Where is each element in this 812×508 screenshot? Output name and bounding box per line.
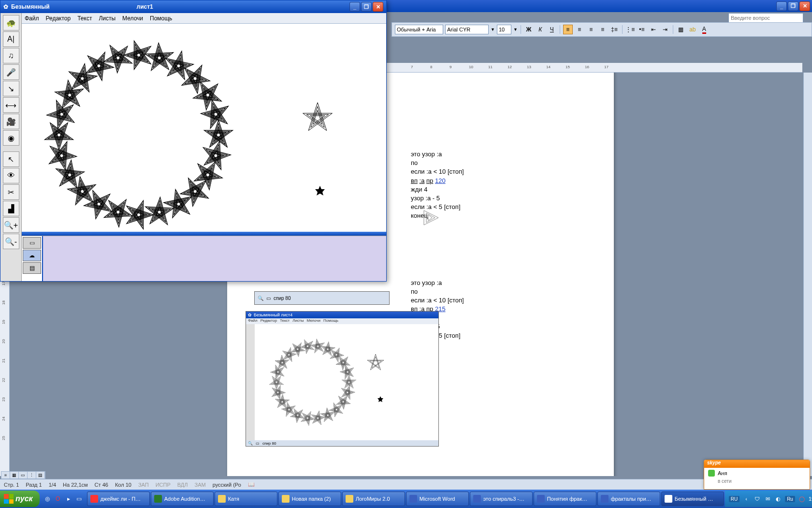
skype-notification[interactable]: skype Аня в сети: [704, 460, 810, 490]
skype-contact-name: Аня: [718, 470, 727, 476]
highlight-button[interactable]: ab: [688, 25, 697, 34]
menu-file[interactable]: Файл: [25, 15, 39, 22]
style-selector[interactable]: [395, 25, 443, 34]
eye-tool-icon[interactable]: 👁: [3, 168, 19, 183]
print-view-button[interactable]: ▭: [19, 472, 28, 478]
outline-view-button[interactable]: ⋮: [28, 472, 36, 478]
clock[interactable]: 19:42: [809, 496, 812, 502]
cmd-tab-1[interactable]: ▭: [23, 237, 41, 249]
close-button[interactable]: ✕: [799, 1, 810, 11]
font-color-button[interactable]: A: [699, 25, 709, 34]
command-area: ▭ ☁ ▤: [22, 236, 386, 281]
skype-status-text: в сети: [704, 478, 810, 484]
language-indicator[interactable]: RU: [729, 496, 740, 502]
help-search-input[interactable]: [728, 13, 803, 23]
taskbar-item[interactable]: Microsoft Word: [406, 492, 469, 506]
camera-tool-icon[interactable]: 🎥: [3, 114, 19, 129]
taskbar-item-active[interactable]: Безымянный …: [661, 492, 724, 506]
svg-marker-55: [272, 354, 291, 373]
svg-marker-37: [284, 404, 295, 415]
close-button[interactable]: ✕: [373, 2, 383, 12]
menu-editor[interactable]: Редактор: [46, 15, 71, 22]
fill-tool-icon[interactable]: ↘: [3, 81, 19, 96]
taskbar-item[interactable]: Новая папка (2): [278, 492, 341, 506]
tray-icon[interactable]: ◐: [774, 495, 782, 503]
embedded-toolbox: [246, 324, 255, 440]
svg-marker-67: [299, 339, 315, 355]
ql-opera-icon[interactable]: O: [53, 493, 63, 505]
svg-marker-76: [320, 342, 334, 357]
maximize-button[interactable]: ❐: [361, 2, 372, 12]
align-justify-button[interactable]: ≡: [598, 25, 608, 34]
taskbar-item[interactable]: Катя: [215, 492, 277, 506]
taskbar-item[interactable]: Adobe Audition…: [151, 492, 214, 506]
command-input[interactable]: [42, 236, 386, 281]
decrease-indent-button[interactable]: ⇤: [649, 25, 658, 34]
align-left-button[interactable]: ≡: [563, 25, 573, 34]
reading-view-button[interactable]: ▤: [36, 472, 45, 478]
button-tool-icon[interactable]: ◉: [3, 130, 19, 146]
menu-help[interactable]: Помощь: [150, 15, 172, 22]
svg-marker-17: [332, 404, 342, 415]
minimize-button[interactable]: _: [776, 1, 787, 11]
italic-button[interactable]: К: [536, 25, 545, 34]
svg-marker-87: [339, 363, 356, 380]
music-tool-icon[interactable]: ♫: [3, 48, 19, 63]
underline-button[interactable]: Ч: [547, 25, 557, 34]
taskbar-item[interactable]: Понятия фрак…: [534, 492, 596, 506]
increase-indent-button[interactable]: ⇥: [660, 25, 670, 34]
skype-status-icon: [708, 470, 715, 477]
svg-marker-84: [335, 355, 350, 369]
align-center-button[interactable]: ≡: [575, 25, 584, 34]
bold-button[interactable]: Ж: [524, 25, 534, 34]
bullet-list-button[interactable]: •≡: [637, 25, 647, 34]
embedded-logo-screenshot: ✿Безымянный лист4 ФайлРедакторТекстЛисты…: [246, 311, 439, 447]
microphone-tool-icon[interactable]: 🎤: [3, 64, 19, 80]
menu-sheets[interactable]: Листы: [99, 15, 116, 22]
start-button[interactable]: пуск: [0, 491, 40, 507]
numbered-list-button[interactable]: ⋮≡: [625, 25, 635, 34]
svg-marker-40: [275, 395, 290, 409]
book-icon[interactable]: 📖: [248, 481, 255, 488]
menu-text[interactable]: Текст: [77, 15, 92, 22]
tray-icon[interactable]: ◯: [798, 495, 806, 503]
taskbar-item[interactable]: джеймс ли - П…: [87, 492, 150, 506]
turtle-tool-icon[interactable]: 🐢: [3, 15, 19, 30]
tray-shield-icon[interactable]: 🛡: [753, 495, 761, 503]
align-right-button[interactable]: ≡: [586, 25, 596, 34]
tray-icon[interactable]: ‹: [742, 495, 750, 503]
logo-titlebar[interactable]: ✿ Безымянный лист1 _ ❐ ✕: [0, 0, 386, 13]
zoom-in-tool-icon[interactable]: 🔍+: [3, 217, 19, 233]
vertical-scrollbar[interactable]: [803, 73, 812, 476]
font-selector[interactable]: [445, 25, 489, 34]
taskbar-item[interactable]: ЛогоМиры 2.0: [342, 492, 405, 506]
minimize-button[interactable]: _: [349, 2, 360, 12]
taskbar-item[interactable]: это спираль3 -…: [470, 492, 533, 506]
cmd-tab-2[interactable]: ☁: [23, 250, 41, 261]
pointer-tool-icon[interactable]: ↖: [3, 151, 19, 167]
menu-misc[interactable]: Мелочи: [122, 15, 143, 22]
zoom-out-tool-icon[interactable]: 🔍-: [3, 234, 19, 249]
sheet-name: лист1: [137, 3, 153, 10]
scissors-tool-icon[interactable]: ✂: [3, 184, 19, 200]
web-view-button[interactable]: ▦: [10, 472, 19, 478]
cmd-tab-3[interactable]: ▤: [23, 262, 41, 274]
system-tray: RU ‹ 🛡 ✉ ◐ Ru ◯ 19:42: [725, 491, 812, 507]
slider-tool-icon[interactable]: ⟷: [3, 97, 19, 113]
splitter[interactable]: [22, 232, 386, 236]
font-size-selector[interactable]: [497, 25, 511, 34]
line-spacing-button[interactable]: ‡≡: [609, 25, 619, 34]
keyboard-layout[interactable]: Ru: [785, 496, 795, 502]
stamp-tool-icon[interactable]: ▟: [3, 201, 19, 216]
borders-button[interactable]: ▦: [676, 25, 686, 34]
tray-icon[interactable]: ✉: [764, 495, 771, 503]
maximize-button[interactable]: ❐: [788, 1, 798, 11]
ql-icon[interactable]: ▭: [74, 493, 84, 505]
ql-icon[interactable]: ◎: [43, 493, 52, 505]
normal-view-button[interactable]: ≡: [1, 472, 10, 478]
text-tool-icon[interactable]: A|: [3, 31, 19, 47]
logo-canvas[interactable]: [22, 24, 386, 232]
ql-icon[interactable]: ▸: [64, 493, 73, 505]
word-formatting-toolbar: ▼ ▼ Ж К Ч ≡ ≡ ≡ ≡ ‡≡ ⋮≡ •≡ ⇤ ⇥ ▦ ab A: [392, 22, 812, 37]
taskbar-item[interactable]: фракталы при…: [597, 492, 660, 506]
